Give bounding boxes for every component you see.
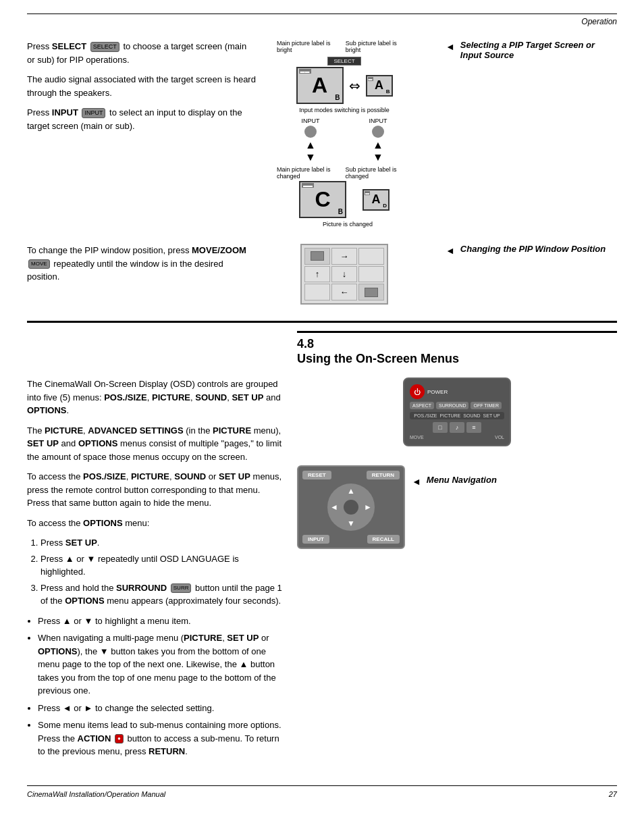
- header-label: Operation: [581, 17, 617, 26]
- osd-text-left: The CinemaWall On-Screen Display (OSD) c…: [27, 377, 284, 765]
- changing-text: Changing the PIP Window Position: [460, 244, 606, 254]
- remote-icon-row: □ ♪ ≡: [410, 422, 504, 433]
- bullet-3: Press ◄ or ► to change the selected sett…: [38, 702, 284, 715]
- sub-window-br: [365, 288, 378, 297]
- osd-heading-area: 4.8 Using the On-Screen Menus: [27, 331, 617, 367]
- nav-right-arrow: ►: [364, 502, 372, 512]
- sound-label: SOUND: [463, 413, 480, 418]
- input-icon: INPUT: [82, 108, 105, 119]
- main-screen-a: ▬▬ A B: [296, 67, 344, 104]
- picture-changed-label: Picture is changed: [316, 221, 373, 228]
- input-btn: INPUT: [302, 535, 329, 544]
- osd-bullets-list: Press ▲ or ▼ to highlight a menu item. W…: [38, 615, 284, 758]
- grid-cell-tl: [304, 248, 330, 265]
- recall-btn: RECALL: [367, 535, 400, 544]
- vol-label: VOL: [495, 435, 504, 440]
- select-icon: SELECT: [90, 42, 119, 53]
- osd-para4: To access the OPTIONS menu:: [27, 517, 284, 530]
- aspect-btn: ASPECT: [410, 402, 434, 409]
- input-modes-label: Input modes switching is possible: [299, 107, 390, 113]
- power-button: ⏻: [410, 384, 425, 399]
- input-circle-left: [304, 126, 317, 138]
- nav-bottom-row: INPUT RECALL: [302, 535, 400, 544]
- section-separator: [27, 321, 617, 323]
- move-label: MOVE: [410, 435, 424, 440]
- grid-cell-br: [358, 284, 384, 301]
- bullet-2: When navigating a multi-page menu (PICTU…: [38, 631, 284, 698]
- menu-nav-label: ◄ Menu Navigation: [297, 475, 497, 487]
- power-label: POWER: [427, 389, 448, 395]
- main-letter-a: A: [312, 73, 327, 98]
- main-c-badge: ▬▬: [302, 183, 314, 188]
- sub-a2-letter: A: [372, 192, 381, 207]
- surround-icon: SURR: [171, 583, 192, 593]
- surround-btn: SURROUND: [436, 402, 468, 409]
- input-circle-right: [372, 126, 384, 138]
- select-bar-label: SELECT: [327, 57, 360, 66]
- main-changed-label: Main picture label is changed: [277, 166, 346, 180]
- setup-label: SET UP: [483, 413, 500, 418]
- main-screen-c: ▬▬ C B: [299, 181, 346, 218]
- triangle-icon-2: ◄: [446, 245, 455, 256]
- sub-a2-badge: ▬: [365, 191, 370, 195]
- input-bold: INPUT: [52, 107, 78, 118]
- bullet-1: Press ▲ or ▼ to highlight a menu item.: [38, 615, 284, 628]
- osd-heading-right: 4.8 Using the On-Screen Menus: [297, 331, 617, 367]
- remote-square-icon: □: [433, 422, 448, 433]
- nav-left-arrow: ◄: [330, 502, 338, 512]
- osd-para3: To access the POS./SIZE, PICTURE, SOUND …: [27, 470, 284, 510]
- move-icon: MOVE: [28, 259, 50, 269]
- osd-body-left-placeholder: [27, 331, 284, 367]
- pip-position-text: To change the PIP window position, press…: [27, 244, 257, 290]
- pip-select-para: Press SELECT SELECT to choose a target s…: [27, 40, 257, 66]
- main-c-letter: C: [315, 187, 330, 212]
- screens-row-2: ▬▬ C B ▬ A D: [299, 181, 390, 218]
- input-right-label: INPUT: [369, 118, 387, 124]
- osd-para2: The PICTURE, ADVANCED SETTINGS (in the P…: [27, 424, 284, 464]
- pip-target-diagram: Main picture label is bright Sub picture…: [270, 40, 419, 228]
- pip-target-right: ◄ Selecting a PIP Target Screen or Input…: [432, 40, 617, 228]
- step-1: Press SET UP.: [41, 536, 284, 550]
- remote-aspect-row: ASPECT SURROUND OFF TIMER: [410, 402, 504, 409]
- sub-bright-label: Sub picture label is bright: [346, 40, 412, 53]
- nav-down-arrow: ▼: [347, 519, 355, 528]
- input-left-label: INPUT: [302, 118, 320, 124]
- main-b-label: B: [335, 94, 340, 101]
- up-arrow-right: ▲: [373, 139, 383, 151]
- nav-center-btn: [344, 500, 358, 515]
- pip-position-para: To change the PIP window position, press…: [27, 244, 257, 284]
- main-bright-label: Main picture label is bright: [277, 40, 346, 53]
- triangle-icon: ◄: [446, 41, 455, 52]
- sub-badge: ▬: [368, 77, 373, 81]
- pip-move-diagram-area: → ↑ ↓ ←: [270, 244, 419, 305]
- osd-para1: The CinemaWall On-Screen Display (OSD) c…: [27, 377, 284, 417]
- pos-size-label: POS./SIZE: [414, 413, 437, 418]
- input-para: Press INPUT INPUT to select an input to …: [27, 106, 257, 132]
- sub-d-label: D: [383, 203, 387, 209]
- down-arrow-right: ▼: [373, 151, 383, 163]
- bullet-4: Some menu items lead to sub-menus contai…: [38, 719, 284, 758]
- grid-cell-bc: ←: [331, 284, 357, 301]
- footer: CinemaWall Installation/Operation Manual…: [27, 785, 617, 798]
- picture-label: PICTURE: [440, 413, 461, 418]
- remote-music-icon: ♪: [450, 422, 464, 433]
- step-2: Press ▲ or ▼ repeatedly until OSD LANGUA…: [41, 552, 284, 579]
- input-arrows-row: INPUT ▲ ▼ INPUT ▲ ▼: [277, 118, 412, 163]
- osd-section-title: Using the On-Screen Menus: [297, 351, 617, 367]
- double-arrow: ⇔: [349, 78, 360, 94]
- pip-position-right: ◄ Changing the PIP Window Position: [432, 244, 617, 256]
- down-arrow-left: ▼: [305, 151, 316, 163]
- remote-move-vol-row: MOVE VOL: [410, 435, 504, 440]
- osd-body-section: The CinemaWall On-Screen Display (OSD) c…: [27, 377, 617, 765]
- grid-cell-mr: [358, 266, 384, 283]
- selecting-text: Selecting a PIP Target Screen or Input S…: [460, 40, 617, 60]
- changed-labels: Main picture label is changed Sub pictur…: [277, 166, 412, 180]
- input-left: INPUT ▲ ▼: [302, 118, 320, 163]
- select-bold: SELECT: [52, 41, 86, 51]
- audio-para: The audio signal associated with the tar…: [27, 73, 257, 99]
- sub-letter-a: A: [375, 78, 383, 93]
- offtimer-btn: OFF TIMER: [471, 402, 502, 409]
- main-badge: ▬▬: [299, 69, 311, 74]
- grid-cell-mc: ↓: [331, 266, 357, 283]
- pip-target-text: Press SELECT SELECT to choose a target s…: [27, 40, 257, 228]
